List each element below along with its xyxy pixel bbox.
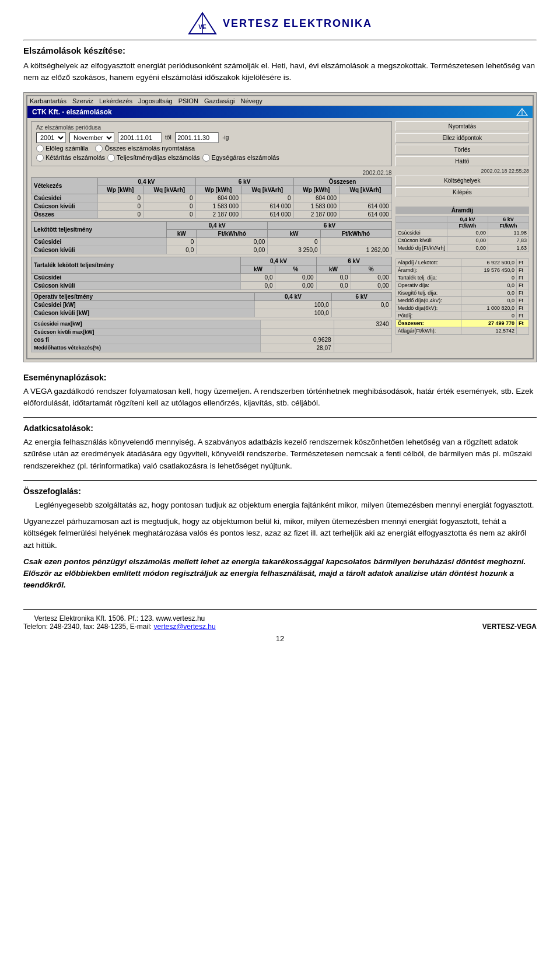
menu-nevegy[interactable]: Névegy bbox=[240, 97, 262, 104]
btn-torles[interactable]: Törlés bbox=[396, 145, 529, 155]
table-row: Csúcsidei max[kW] 3240 bbox=[32, 320, 392, 328]
menu-lekerdez[interactable]: Lekérdezés bbox=[99, 97, 132, 104]
tartalek-04kv: 0,4 kV bbox=[241, 257, 316, 265]
table-row: Tartalék telj. díja: 0 Ft bbox=[396, 274, 528, 281]
footer: Vertesz Elektronika Kft. 1506. Pf.: 123.… bbox=[23, 609, 537, 643]
tk-pct2: % bbox=[351, 265, 391, 273]
logo-area: VE VERTESZ ELEKTRONIKA bbox=[23, 12, 537, 41]
menu-psion[interactable]: PSION bbox=[178, 97, 198, 104]
sum-meddő6-cur: Ft bbox=[516, 304, 528, 312]
cell-v8: 0 bbox=[144, 202, 195, 210]
sum-tartalek-cur: Ft bbox=[516, 274, 528, 281]
btn-kilepes[interactable]: Kilépés bbox=[396, 187, 529, 197]
btn-ellez[interactable]: Ellez időpontok bbox=[396, 133, 529, 143]
sum-operativ-val: 0,0 bbox=[461, 281, 517, 289]
aij-r3l: Meddő díj [Ft/kVArh] bbox=[396, 244, 447, 251]
tartalek-6kv: 6 kV bbox=[316, 257, 391, 265]
app-logo-icon bbox=[516, 108, 528, 116]
date-from-input[interactable] bbox=[118, 132, 162, 143]
tab-ketaritas[interactable]: Kétárítás elszámolás bbox=[36, 154, 105, 162]
max-v5: 0,9628 bbox=[261, 335, 334, 344]
tk-kw2: kW bbox=[316, 265, 351, 273]
tab-egyseg[interactable]: Egységáras elszámolás bbox=[202, 154, 279, 162]
tk-csucsonkivul: Csúcson kívüli bbox=[32, 281, 241, 289]
tk-csucsdei: Csúcsidei bbox=[32, 273, 241, 281]
lk-kw1: kW bbox=[167, 229, 197, 237]
vetelez-table: Vétekezés 0,4 kV 6 kV Összesen Wp [kWh] … bbox=[31, 177, 392, 219]
lk-v8: 1 262,00 bbox=[320, 246, 391, 254]
sum-ossz-val: 27 499 770 bbox=[461, 319, 517, 327]
radio-row1: Előleg számlila Összes elszámolás nyomta… bbox=[36, 145, 387, 152]
wp-kwh-3: Wp [kWh] bbox=[293, 186, 340, 194]
month-select[interactable]: November bbox=[69, 132, 114, 143]
svg-text:VE: VE bbox=[198, 24, 206, 30]
app-menubar: Karbantartás Szerviz Lekérdezés Jogosult… bbox=[27, 96, 533, 106]
table-row: Csúcson kívüli max[kW] bbox=[32, 328, 392, 335]
date-from-label: tőI bbox=[165, 134, 172, 141]
table-row: Operatív díja: 0,0 Ft bbox=[396, 281, 528, 289]
btn-koltseghelyek[interactable]: Költséghelyek bbox=[396, 176, 529, 186]
footer-email[interactable]: vertesz@vertesz.hu bbox=[153, 623, 215, 631]
sum-potdij-label: Pótdíj: bbox=[396, 312, 461, 319]
cell-v17: 2 187 000 bbox=[293, 210, 340, 218]
lk-v4 bbox=[320, 237, 391, 246]
section3-title: Adatkicsatolások: bbox=[23, 424, 537, 433]
sum-alapdij-val: 6 922 500,0 bbox=[461, 258, 517, 266]
lk-v5: 0,0 bbox=[167, 246, 197, 254]
tab-egyseg-input[interactable] bbox=[202, 154, 210, 162]
cell-v2: 0 bbox=[144, 194, 195, 202]
wq-kvarh-2: Wq [kVArh] bbox=[242, 186, 293, 194]
tab-teljesitmeny-input[interactable] bbox=[107, 154, 115, 162]
max-v2: 3240 bbox=[334, 320, 391, 328]
radio-eloleg-input[interactable] bbox=[36, 145, 44, 152]
sum-kisegito-label: Kisegítő telj. díja: bbox=[396, 289, 461, 296]
table-row: Pótdíj: 0 Ft bbox=[396, 312, 528, 319]
max-csucsonkivul: Csúcson kívüli max[kW] bbox=[32, 328, 261, 335]
aij-sh3: Ft/kWh bbox=[488, 222, 529, 229]
period-section: Az elszámolás periódusa 2001 November tő… bbox=[31, 121, 392, 166]
tab-teljesitmeny[interactable]: Teljesítménydíjas elszámolás bbox=[107, 154, 200, 162]
menu-jogosultsag[interactable]: Jogosultság bbox=[138, 97, 173, 104]
lk-csucsdei: Csúcsidei bbox=[32, 237, 167, 246]
lk-csucsonkivul: Csúcson kívüli bbox=[32, 246, 167, 254]
section4-para-a: Leglényegesebb szolgáltatás az, hogy pon… bbox=[35, 499, 537, 511]
radio-osszes[interactable]: Összes elszámolás nyomtatása bbox=[95, 145, 195, 152]
lk-v1: 0 bbox=[167, 237, 197, 246]
section4-title: Összefoglalás: bbox=[23, 487, 537, 496]
cell-v6 bbox=[340, 194, 392, 202]
op-csucsonkivul: Csúcson kívüli [kW] bbox=[32, 309, 255, 317]
lekotott-6kv: 6 kV bbox=[268, 221, 391, 229]
tab-egyseg-label: Egységáras elszámolás bbox=[212, 154, 279, 161]
company-logo-icon: VE bbox=[188, 12, 217, 35]
footer-left: Vertesz Elektronika Kft. 1506. Pf.: 123.… bbox=[23, 614, 216, 631]
footer-row: Vertesz Elektronika Kft. 1506. Pf.: 123.… bbox=[23, 614, 537, 631]
menu-szerviz[interactable]: Szerviz bbox=[72, 97, 93, 104]
sum-meddő04-val: 0,0 bbox=[461, 296, 517, 304]
tab-row: Kétárítás elszámolás Teljesítménydíjas e… bbox=[36, 154, 387, 162]
date-to-input[interactable] bbox=[175, 132, 219, 143]
sum-meddő04-label: Meddő díja(0,4kV): bbox=[396, 296, 461, 304]
tab-ketaritas-input[interactable] bbox=[36, 154, 44, 162]
year-select[interactable]: 2001 bbox=[36, 132, 66, 143]
cell-v4: 0 bbox=[242, 194, 293, 202]
btn-hatto[interactable]: Háttő bbox=[396, 156, 529, 166]
sum-potdij-val: 0 bbox=[461, 312, 517, 319]
cell-osszes-label: Összes bbox=[32, 210, 98, 218]
app-left: Az elszámolás periódusa 2001 November tő… bbox=[31, 121, 392, 355]
lk-ft1: Ft/kWh/hó bbox=[197, 229, 268, 237]
cell-v13: 0 bbox=[97, 210, 144, 218]
sum-atlag-val: 12,5742 bbox=[461, 327, 517, 334]
radio-eloleg[interactable]: Előleg számlila bbox=[36, 145, 88, 152]
radio-osszes-input[interactable] bbox=[95, 145, 103, 152]
page-number: 12 bbox=[23, 634, 537, 643]
aij-r2v1: 0,00 bbox=[447, 236, 488, 244]
menu-gazdasagi[interactable]: Gazdasági bbox=[204, 97, 235, 104]
op-6kv: 6 kV bbox=[331, 292, 391, 300]
lk-v7: 3 250,0 bbox=[268, 246, 320, 254]
lekotott-table: Lekötött teljesítmény 0,4 kV 6 kV kW Ft/… bbox=[31, 221, 392, 254]
btn-nyomtatas[interactable]: Nyomtatás bbox=[396, 121, 529, 131]
operativ-table: Operatív teljesítmény 0,4 kV 6 kV Csúcsi… bbox=[31, 292, 392, 317]
menu-karbantartas[interactable]: Karbantartás bbox=[30, 97, 66, 104]
brand-name: VERTESZ ELEKTRONIKA bbox=[223, 18, 372, 30]
table-row: Csúcson kívüli 0,0 0,00 0,0 0,00 bbox=[32, 281, 392, 289]
